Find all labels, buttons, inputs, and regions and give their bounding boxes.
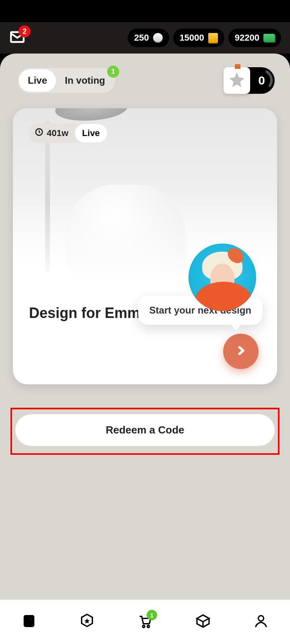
- currency-coins-amount: 250: [134, 33, 149, 43]
- star-counter[interactable]: 0: [224, 67, 275, 94]
- time-badge: 401w: [28, 124, 75, 143]
- svg-point-7: [147, 625, 149, 627]
- star-progress-arc: [250, 68, 273, 92]
- tab-live[interactable]: Live: [19, 69, 56, 92]
- redeem-code-button[interactable]: Redeem a Code: [15, 414, 275, 446]
- mail-icon: [9, 40, 26, 47]
- time-label: 401w: [47, 128, 68, 138]
- cash-icon: [263, 34, 275, 42]
- svg-point-6: [143, 625, 145, 627]
- box-icon: [195, 623, 211, 630]
- card-badges: 401w Live: [28, 124, 107, 143]
- coins-icon: [153, 33, 163, 43]
- redeem-highlight: Redeem a Code: [10, 408, 280, 455]
- badge-star-icon: [79, 623, 95, 630]
- cart-icon: [137, 623, 153, 630]
- currency-gold-amount: 15000: [180, 33, 204, 43]
- mail-button[interactable]: 2: [9, 29, 26, 47]
- currency-cash[interactable]: 92200: [228, 29, 281, 47]
- nav-home[interactable]: [21, 613, 37, 631]
- mail-badge: 2: [19, 25, 31, 37]
- avatar: [188, 244, 256, 311]
- cart-badge: 1: [147, 610, 157, 620]
- gold-icon: [208, 33, 218, 43]
- currency-coins[interactable]: 250: [128, 29, 169, 47]
- currency-cash-amount: 92200: [235, 33, 259, 43]
- nav-cart[interactable]: 1: [137, 613, 153, 631]
- tab-in-voting-badge: 1: [107, 66, 119, 78]
- currency-gold[interactable]: 15000: [173, 29, 224, 47]
- svg-rect-5: [26, 624, 31, 625]
- bottom-nav: 1: [0, 600, 290, 644]
- card-title: Design for Emma: [29, 305, 148, 322]
- user-icon: [253, 623, 269, 630]
- svg-point-3: [30, 617, 32, 619]
- status-bar: [0, 0, 290, 22]
- svg-rect-4: [26, 622, 31, 623]
- star-icon: [228, 71, 246, 90]
- design-card[interactable]: 401w Live Design for Emma Start your nex…: [13, 108, 277, 384]
- star-box: [224, 67, 250, 94]
- chevron-right-icon: [235, 345, 246, 358]
- filter-tabs: Live In voting 1: [18, 68, 115, 93]
- svg-point-0: [250, 68, 273, 92]
- currency-group: 250 15000 92200: [128, 29, 281, 47]
- main-content: Live In voting 1 0: [0, 54, 290, 600]
- lamp-graphic: [54, 108, 128, 123]
- next-design-button[interactable]: [223, 334, 259, 369]
- nav-profile[interactable]: [253, 613, 269, 631]
- tabs-row: Live In voting 1 0: [3, 67, 287, 94]
- tab-in-voting[interactable]: In voting: [56, 69, 114, 92]
- top-bar: 2 250 15000 92200: [0, 22, 290, 54]
- nav-star[interactable]: [79, 613, 95, 631]
- nav-inventory[interactable]: [195, 613, 211, 631]
- status-badge: Live: [75, 124, 107, 142]
- svg-point-8: [258, 616, 263, 621]
- receipt-icon: [21, 623, 37, 630]
- clock-icon: [35, 128, 44, 139]
